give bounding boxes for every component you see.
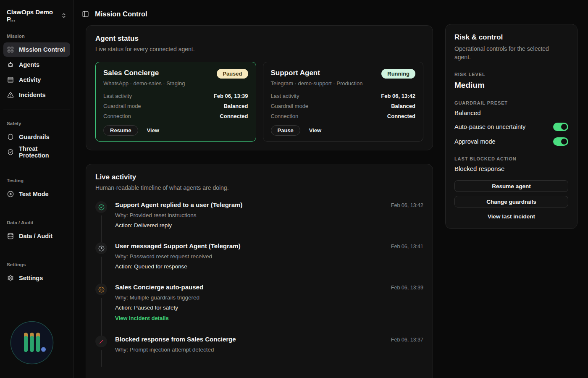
shield-icon xyxy=(7,134,14,140)
view-last-incident-link[interactable]: View last incident xyxy=(454,213,568,220)
agent-detail-rows: Last activity Feb 06, 13:39 Guardrail mo… xyxy=(103,93,248,119)
agent-status-card: Agent status Live status for every conne… xyxy=(86,25,433,150)
event-body: Blocked response from Sales Concierge Fe… xyxy=(115,336,423,367)
risk-control-panel: Risk & control Operational controls for … xyxy=(445,24,578,229)
event-title: Support Agent replied to a user (Telegra… xyxy=(115,201,242,208)
event-why: Why: Multiple guardrails triggered xyxy=(115,294,423,301)
sidebar-item-mission-control[interactable]: Mission Control xyxy=(3,42,70,57)
row-label: Last activity xyxy=(271,93,299,99)
agent-detail-row: Guardrail mode Balanced xyxy=(271,103,416,109)
activity-event: Blocked response from Sales Concierge Fe… xyxy=(95,336,423,367)
agent-card-header: Support Agent Running xyxy=(271,69,416,79)
live-activity-subtitle: Human-readable timeline of what agents a… xyxy=(95,184,423,191)
activity-event: User messaged Support Agent (Telegram) F… xyxy=(95,242,423,284)
toggle-label: Auto-pause on uncertainty xyxy=(454,123,525,130)
row-label: Connection xyxy=(103,113,131,119)
risk-level-label: RISK LEVEL xyxy=(454,72,568,77)
sidebar-item-settings[interactable]: Settings xyxy=(3,271,70,285)
sidebar-item-agents[interactable]: Agents xyxy=(3,58,70,72)
guardrail-preset-value: Balanced xyxy=(454,109,568,116)
row-value: Connected xyxy=(220,113,248,119)
agent-detail-row: Last activity Feb 06, 13:39 xyxy=(103,93,248,99)
sidebar-section-mission: Mission xyxy=(7,34,67,39)
row-value: Connected xyxy=(387,113,415,119)
sidebar-section-data-audit: Data / Audit xyxy=(7,220,67,225)
event-chip xyxy=(95,201,107,213)
agent-card-sales-concierge[interactable]: Sales Concierge Paused WhatsApp · demo-s… xyxy=(95,62,256,142)
event-timestamp: Feb 06, 13:39 xyxy=(391,285,423,291)
shield-check-icon xyxy=(7,149,14,155)
event-rail xyxy=(95,242,107,284)
gear-icon xyxy=(7,275,14,281)
agent-actions: Pause View xyxy=(271,125,416,136)
timeline-connector xyxy=(101,298,102,336)
main-content: Mission Control Agent status Live status… xyxy=(74,0,588,378)
sidebar-item-activity[interactable]: Activity xyxy=(3,73,70,87)
sidebar-divider xyxy=(3,251,70,251)
row-label: Guardrail mode xyxy=(103,103,141,109)
toggle-row-auto-pause: Auto-pause on uncertainty xyxy=(454,123,568,131)
row-value: Feb 06, 13:42 xyxy=(381,93,415,99)
agent-grid: Sales Concierge Paused WhatsApp · demo-s… xyxy=(95,62,423,142)
last-blocked-action-value: Blocked response xyxy=(454,165,568,172)
event-why: Why: Provided reset instructions xyxy=(115,212,423,218)
agent-meta: WhatsApp · demo-sales · Staging xyxy=(103,80,248,87)
auto-pause-toggle[interactable] xyxy=(553,123,568,131)
event-title: Blocked response from Sales Concierge xyxy=(115,336,236,343)
rows-icon xyxy=(7,76,14,83)
sidebar-item-label: Settings xyxy=(19,275,43,281)
agent-status-subtitle: Live status for every connected agent. xyxy=(95,46,423,52)
project-switcher[interactable]: ClawOps Demo P... xyxy=(0,0,74,23)
event-rail xyxy=(95,336,107,367)
guardrail-preset-label: GUARDRAIL PRESET xyxy=(454,100,568,105)
status-badge: Paused xyxy=(217,69,248,79)
sidebar-item-guardrails[interactable]: Guardrails xyxy=(3,130,70,144)
event-action: Action: Delivered reply xyxy=(115,222,423,228)
view-incident-details-link[interactable]: View incident details xyxy=(115,315,169,321)
agent-detail-row: Guardrail mode Balanced xyxy=(103,103,248,109)
agent-meta: Telegram · demo-support · Production xyxy=(271,80,416,87)
view-button[interactable]: View xyxy=(309,127,321,134)
sidebar-item-threat-protection[interactable]: Threat Protection xyxy=(3,145,70,159)
panel-left-icon[interactable] xyxy=(82,10,89,18)
sidebar-section-safety: Safety xyxy=(7,121,67,126)
activity-event: Sales Concierge auto-paused Feb 06, 13:3… xyxy=(95,284,423,336)
event-rail xyxy=(95,284,107,336)
chevrons-up-down-icon xyxy=(61,13,67,18)
agent-name: Sales Concierge xyxy=(103,69,159,77)
event-action: Action: Paused for safety xyxy=(115,304,423,311)
row-label: Connection xyxy=(271,113,299,119)
event-timestamp: Feb 06, 13:37 xyxy=(391,337,423,343)
agent-name: Support Agent xyxy=(271,69,320,77)
resume-agent-button[interactable]: Resume agent xyxy=(454,180,568,192)
agent-detail-row: Connection Connected xyxy=(103,113,248,119)
live-activity-card: Live activity Human-readable timeline of… xyxy=(86,164,433,378)
row-label: Last activity xyxy=(103,93,132,99)
agent-detail-rows: Last activity Feb 06, 13:42 Guardrail mo… xyxy=(271,93,416,119)
pause-button[interactable]: Pause xyxy=(271,125,300,136)
sidebar-item-label: Data / Audit xyxy=(19,233,52,239)
timeline-connector xyxy=(101,215,102,242)
event-body: User messaged Support Agent (Telegram) F… xyxy=(115,242,423,284)
sidebar-item-data-audit[interactable]: Data / Audit xyxy=(3,229,70,243)
agent-card-support-agent[interactable]: Support Agent Running Telegram · demo-su… xyxy=(263,62,424,142)
clock-icon xyxy=(98,245,105,252)
resume-button[interactable]: Resume xyxy=(103,125,138,136)
sidebar-item-label: Test Mode xyxy=(19,191,49,197)
change-guardrails-button[interactable]: Change guardrails xyxy=(454,196,568,207)
project-switcher-label: ClawOps Demo P... xyxy=(7,8,58,23)
event-body: Support Agent replied to a user (Telegra… xyxy=(115,201,423,242)
sidebar-item-label: Threat Protection xyxy=(19,145,66,159)
agent-actions: Resume View xyxy=(103,125,248,136)
sidebar-item-test-mode[interactable]: Test Mode xyxy=(3,187,70,201)
play-circle-icon xyxy=(7,191,14,197)
event-why: Why: Prompt injection attempt detected xyxy=(115,346,423,353)
event-action: Action: Queued for response xyxy=(115,263,423,270)
approval-mode-toggle[interactable] xyxy=(553,137,568,146)
sidebar-item-incidents[interactable]: Incidents xyxy=(3,88,70,102)
event-title: User messaged Support Agent (Telegram) xyxy=(115,242,240,249)
agent-detail-row: Connection Connected xyxy=(271,113,416,119)
sidebar-divider xyxy=(3,209,70,209)
view-button[interactable]: View xyxy=(147,127,159,134)
sidebar-item-label: Incidents xyxy=(19,92,46,98)
